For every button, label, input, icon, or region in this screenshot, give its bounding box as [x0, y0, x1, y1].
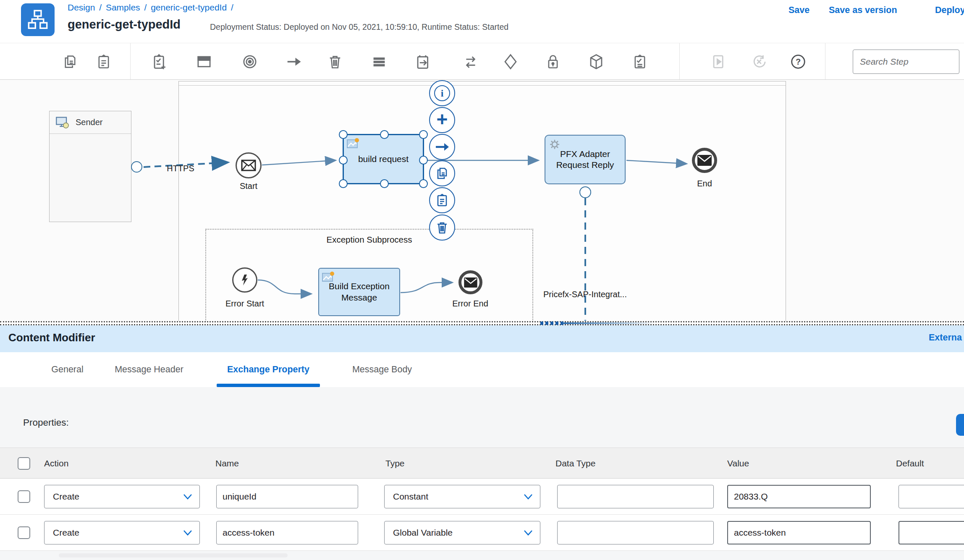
property-row: Create Constant — [0, 479, 964, 515]
node-connect-button[interactable] — [429, 134, 455, 160]
message-envelope-filled-icon — [697, 155, 712, 166]
add-step-icon — [152, 53, 168, 70]
copy-button[interactable] — [59, 50, 81, 73]
adapter-protocol-label[interactable]: HTTPS — [151, 164, 210, 173]
start-event[interactable] — [236, 152, 262, 178]
save-button[interactable]: Save — [788, 5, 809, 16]
sap-integration-flow-editor: Design / Samples / generic-get-typedId /… — [0, 0, 964, 560]
breadcrumb-samples[interactable]: Samples — [106, 3, 140, 12]
error-end-event[interactable] — [458, 270, 482, 294]
name-input[interactable] — [216, 485, 358, 508]
pfx-bottom-port[interactable] — [579, 186, 591, 198]
externalize-link[interactable]: Externa — [929, 332, 962, 343]
splitter-accent — [563, 322, 655, 324]
pfx-adapter-step[interactable]: PFX AdapterRequest Reply — [545, 135, 626, 184]
type-select[interactable]: Constant — [384, 485, 540, 508]
event-button[interactable] — [412, 50, 435, 73]
info-icon: i — [434, 85, 450, 101]
delete-button[interactable] — [324, 50, 346, 73]
checklist-button[interactable] — [629, 50, 651, 73]
sender-port[interactable] — [131, 161, 142, 173]
svg-text:?: ? — [796, 57, 801, 66]
tab-exchange-property[interactable]: Exchange Property — [217, 352, 320, 387]
node-paste-button[interactable] — [429, 187, 455, 213]
package-button[interactable] — [585, 50, 608, 73]
menu-button[interactable] — [368, 50, 390, 73]
connector-button[interactable] — [283, 50, 305, 73]
selection-handle[interactable] — [419, 130, 428, 139]
search-step-input[interactable] — [853, 50, 959, 74]
value-input[interactable] — [727, 521, 871, 544]
node-info-button[interactable]: i — [429, 80, 455, 106]
selection-handle[interactable] — [380, 130, 389, 139]
error-end-label: Error End — [441, 299, 500, 309]
build-request-step[interactable]: build request — [343, 134, 424, 184]
message-envelope-icon — [241, 160, 256, 171]
node-copy-button[interactable] — [429, 160, 455, 186]
paste-icon — [96, 54, 112, 70]
breadcrumb-separator: / — [231, 3, 233, 12]
row-checkbox[interactable] — [18, 526, 30, 539]
data-type-input[interactable] — [557, 521, 714, 544]
row-checkbox[interactable] — [18, 490, 30, 503]
end-event[interactable] — [692, 148, 717, 173]
default-input[interactable] — [899, 485, 964, 508]
selection-handle[interactable] — [339, 130, 348, 139]
copy-icon — [435, 166, 449, 181]
tab-general[interactable]: General — [50, 352, 85, 387]
name-input[interactable] — [216, 521, 358, 544]
receiver-participant-label[interactable]: Pricefx-SAP-Integrat... — [543, 290, 627, 299]
iflow-app-icon — [21, 3, 55, 36]
exchange-property-content: Properties: Action Name Type Data Type V… — [0, 387, 964, 560]
selection-handle[interactable] — [419, 156, 428, 165]
participant-button[interactable] — [193, 50, 215, 73]
selection-handle[interactable] — [339, 156, 348, 165]
splitter-grip[interactable] — [540, 322, 563, 325]
column-header-type: Type — [385, 448, 405, 479]
selection-handle[interactable] — [339, 179, 348, 188]
properties-label: Properties: — [23, 417, 69, 428]
panel-resize-splitter[interactable] — [0, 321, 964, 325]
swap-button[interactable] — [459, 50, 482, 73]
node-add-button[interactable]: + — [429, 107, 455, 133]
select-all-checkbox[interactable] — [18, 457, 30, 470]
lock-icon — [545, 54, 561, 70]
iflow-canvas[interactable]: Sender HTTPS Start build request — [0, 80, 964, 322]
build-exception-message-step[interactable]: Build ExceptionMessage — [318, 268, 400, 316]
gear-icon — [548, 139, 563, 152]
integration-process-header — [179, 81, 786, 86]
active-tab-indicator — [217, 384, 320, 387]
security-button[interactable] — [542, 50, 564, 73]
action-select[interactable]: Create — [44, 521, 200, 544]
deploy-button[interactable]: Deploy — [935, 5, 964, 16]
action-select[interactable]: Create — [44, 485, 200, 508]
breadcrumb-iflow[interactable]: generic-get-typedId — [151, 3, 227, 12]
tab-message-body[interactable]: Message Body — [341, 352, 423, 387]
gateway-button[interactable] — [499, 50, 522, 73]
help-button[interactable]: ? — [787, 50, 809, 73]
horizontal-scrollbar-thumb[interactable] — [59, 553, 288, 557]
value-input[interactable] — [727, 485, 871, 508]
error-start-event[interactable] — [232, 267, 257, 293]
add-property-button[interactable] — [956, 414, 964, 436]
breadcrumb-design[interactable]: Design — [68, 3, 95, 12]
default-input[interactable] — [899, 521, 964, 544]
selection-handle[interactable] — [380, 179, 389, 188]
process-button[interactable] — [238, 50, 261, 73]
tab-message-header[interactable]: Message Header — [103, 352, 195, 387]
node-delete-button[interactable] — [429, 215, 455, 241]
plus-icon: + — [437, 110, 448, 129]
build-exception-message-label: Build ExceptionMessage — [329, 281, 390, 303]
selection-handle[interactable] — [419, 179, 428, 188]
panel-tabs: General Message Header Exchange Property… — [0, 352, 964, 387]
type-select[interactable]: Global Variable — [384, 521, 540, 544]
save-as-version-button[interactable]: Save as version — [829, 5, 897, 16]
simulate-play-icon — [711, 53, 728, 70]
chevron-down-icon — [183, 529, 193, 536]
pfx-adapter-label: PFX AdapterRequest Reply — [556, 149, 614, 171]
sender-pool[interactable]: Sender — [49, 111, 131, 222]
data-type-input[interactable] — [557, 485, 714, 508]
paste-button[interactable] — [92, 50, 115, 73]
add-step-button[interactable] — [149, 50, 171, 73]
chevron-down-icon — [523, 529, 533, 536]
